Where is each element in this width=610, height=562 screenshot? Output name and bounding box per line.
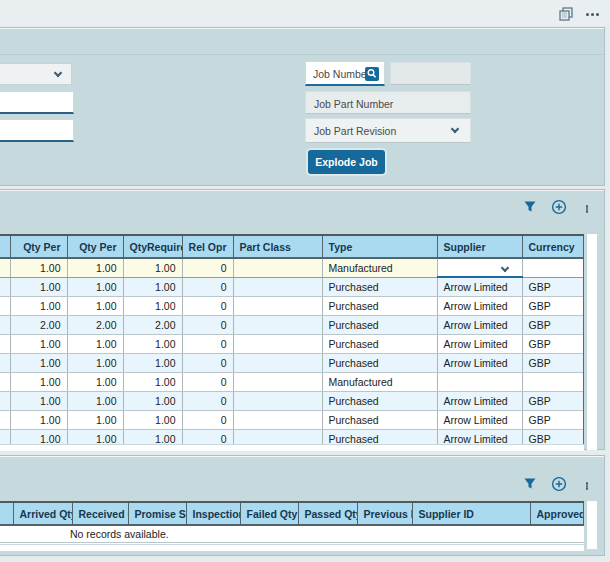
grid-cell[interactable]: 1.00 — [123, 429, 182, 444]
grid-cell[interactable]: Manufactured — [322, 258, 437, 277]
grid-cell[interactable]: 2.00 — [10, 315, 67, 334]
vertical-scrollbar[interactable] — [587, 501, 597, 549]
row-handle[interactable] — [0, 372, 10, 391]
grid-cell[interactable]: 1.00 — [67, 429, 123, 444]
row-handle[interactable] — [0, 296, 10, 315]
grid-cell[interactable]: Purchased — [322, 391, 437, 410]
supplier-dropdown-editor[interactable] — [437, 258, 522, 277]
grid-cell[interactable]: 1.00 — [67, 372, 123, 391]
grid-cell[interactable]: 1.00 — [10, 410, 67, 429]
grid-cell[interactable]: GBP — [522, 334, 584, 353]
job-number-description-field[interactable] — [390, 62, 471, 85]
grid-cell[interactable]: 1.00 — [10, 296, 67, 315]
grid-row[interactable]: 1.001.001.000PurchasedArrow LimitedGBP — [0, 391, 584, 410]
grid-cell[interactable] — [437, 372, 522, 391]
grid-cell[interactable]: 0 — [182, 410, 233, 429]
cropped-input-1[interactable] — [0, 91, 74, 114]
filter-icon[interactable] — [523, 477, 537, 495]
grid-row[interactable]: 1.001.001.000PurchasedArrow LimitedGBP — [0, 296, 584, 315]
kebab-menu-icon[interactable] — [582, 481, 593, 491]
cropped-input-2[interactable] — [0, 119, 74, 142]
add-icon[interactable] — [551, 476, 567, 496]
explode-job-button[interactable]: Explode Job — [308, 150, 385, 174]
grid-row[interactable]: 1.001.001.000PurchasedArrow LimitedGBP — [0, 277, 584, 296]
column-header[interactable]: Qty Per — [10, 236, 67, 258]
grid-cell[interactable]: 1.00 — [123, 410, 182, 429]
row-handle[interactable] — [0, 277, 10, 296]
grid-cell[interactable]: 1.00 — [10, 334, 67, 353]
grid-cell[interactable]: GBP — [522, 277, 584, 296]
grid-cell[interactable] — [233, 353, 322, 372]
column-header[interactable]: Previous Due... — [357, 503, 412, 525]
grid-cell[interactable]: Purchased — [322, 277, 437, 296]
grid-cell[interactable]: 0 — [182, 258, 233, 277]
grid-cell[interactable]: 1.00 — [10, 258, 67, 277]
grid-cell[interactable]: Arrow Limited — [437, 429, 522, 444]
grid-cell[interactable]: 1.00 — [67, 277, 123, 296]
grid-cell[interactable] — [233, 429, 322, 444]
kebab-menu-icon[interactable] — [582, 204, 593, 214]
grid-cell[interactable]: 1.00 — [67, 353, 123, 372]
grid-cell[interactable]: Arrow Limited — [437, 315, 522, 334]
column-header[interactable]: Part Class — [233, 236, 322, 258]
grid-cell[interactable]: Arrow Limited — [437, 296, 522, 315]
grid-cell[interactable]: 1.00 — [123, 353, 182, 372]
column-header[interactable]: Type — [322, 236, 437, 258]
grid-cell[interactable]: GBP — [522, 410, 584, 429]
row-handle[interactable] — [0, 429, 10, 444]
grid-cell[interactable]: GBP — [522, 353, 584, 372]
grid-cell[interactable]: 1.00 — [67, 391, 123, 410]
grid-cell[interactable] — [522, 258, 584, 277]
grid-cell[interactable] — [233, 296, 322, 315]
horizontal-scrollbar[interactable] — [0, 545, 584, 551]
grid-cell[interactable]: 0 — [182, 277, 233, 296]
column-header[interactable]: Promise Ship... — [128, 503, 186, 525]
grid-cell[interactable]: 1.00 — [123, 277, 182, 296]
row-handle[interactable] — [0, 334, 10, 353]
grid-cell[interactable]: 1.00 — [10, 277, 67, 296]
column-header[interactable]: Received Qty — [72, 503, 128, 525]
grid-cell[interactable]: 1.00 — [123, 334, 182, 353]
column-header[interactable]: Inspection Qty — [186, 503, 240, 525]
row-handle[interactable] — [0, 353, 10, 372]
grid-cell[interactable]: 1.00 — [10, 391, 67, 410]
grid-cell[interactable] — [233, 334, 322, 353]
grid-cell[interactable]: GBP — [522, 391, 584, 410]
more-options-icon[interactable] — [584, 6, 600, 22]
grid-cell[interactable]: 0 — [182, 315, 233, 334]
grid-cell[interactable]: Arrow Limited — [437, 334, 522, 353]
grid-cell[interactable] — [233, 258, 322, 277]
grid-cell[interactable] — [233, 391, 322, 410]
grid-cell[interactable]: 0 — [182, 334, 233, 353]
grid-cell[interactable]: Purchased — [322, 334, 437, 353]
grid-cell[interactable] — [233, 277, 322, 296]
grid-row[interactable]: 1.001.001.000PurchasedArrow LimitedGBP — [0, 410, 584, 429]
filter-icon[interactable] — [523, 200, 537, 218]
grid-cell[interactable]: 1.00 — [67, 296, 123, 315]
grid-row[interactable]: 1.001.001.000Manufactured — [0, 258, 584, 277]
row-handle[interactable] — [0, 315, 10, 334]
grid-cell[interactable] — [522, 372, 584, 391]
grid-cell[interactable]: 1.00 — [123, 258, 182, 277]
grid-cell[interactable]: 1.00 — [10, 372, 67, 391]
grid-cell[interactable]: 1.00 — [10, 353, 67, 372]
grid-cell[interactable]: 1.00 — [67, 258, 123, 277]
row-handle[interactable] — [0, 410, 10, 429]
column-header[interactable]: Failed Qty — [240, 503, 298, 525]
grid-cell[interactable]: Arrow Limited — [437, 410, 522, 429]
grid-cell[interactable] — [233, 410, 322, 429]
column-header[interactable]: Qty Per — [67, 236, 123, 258]
grid-cell[interactable]: Purchased — [322, 410, 437, 429]
grid-row[interactable]: 1.001.001.000Manufactured — [0, 372, 584, 391]
grid-row[interactable]: 1.001.001.000PurchasedArrow LimitedGBP — [0, 334, 584, 353]
grid-row[interactable]: 1.001.001.000PurchasedArrow LimitedGBP — [0, 429, 584, 444]
grid-cell[interactable]: Purchased — [322, 315, 437, 334]
cropped-dropdown[interactable] — [0, 63, 72, 85]
grid-cell[interactable]: 0 — [182, 429, 233, 444]
horizontal-scrollbar[interactable] — [0, 445, 584, 451]
grid-cell[interactable]: 1.00 — [123, 296, 182, 315]
add-icon[interactable] — [551, 199, 567, 219]
row-handle[interactable] — [0, 258, 10, 277]
column-header[interactable]: Passed Qty — [298, 503, 357, 525]
grid-cell[interactable]: 0 — [182, 296, 233, 315]
